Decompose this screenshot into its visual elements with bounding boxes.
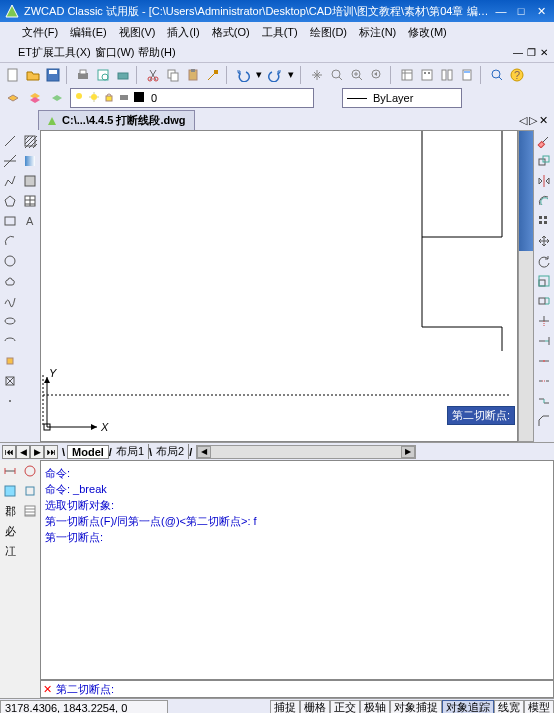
tab-model[interactable]: Model (67, 445, 109, 459)
break-icon[interactable] (535, 372, 553, 390)
chamfer-icon[interactable] (535, 412, 553, 430)
scale-icon[interactable] (535, 272, 553, 290)
other-2-icon[interactable] (21, 482, 39, 500)
menu-et[interactable]: ET扩展工具(X) (18, 45, 91, 60)
redo-icon[interactable] (266, 66, 284, 84)
tab-first-icon[interactable]: ⏮ (2, 445, 16, 459)
tab-layout1[interactable]: 布局1 (112, 444, 149, 459)
erase-icon[interactable] (535, 132, 553, 150)
stretch-icon[interactable] (535, 292, 553, 310)
tab-fwd-icon[interactable]: ▶ (30, 445, 44, 459)
menu-window[interactable]: 窗口(W) (95, 45, 135, 60)
menu-help[interactable]: 帮助(H) (138, 45, 175, 60)
menu-draw[interactable]: 绘图(D) (306, 23, 351, 42)
tab-last-icon[interactable]: ⏭ (44, 445, 58, 459)
status-model[interactable]: 模型 (524, 700, 554, 714)
measure-icon[interactable]: 郡 (1, 502, 19, 520)
id-icon[interactable]: 必 (1, 522, 19, 540)
status-lweight[interactable]: 线宽 (494, 700, 524, 714)
circle-icon[interactable] (1, 252, 19, 270)
extend-icon[interactable] (535, 332, 553, 350)
line-icon[interactable] (1, 132, 19, 150)
arc-icon[interactable] (1, 232, 19, 250)
zoom-prev-icon[interactable] (368, 66, 386, 84)
cut-icon[interactable] (144, 66, 162, 84)
command-input[interactable]: ✕ 第二切断点: (40, 680, 554, 698)
ellipse-icon[interactable] (1, 312, 19, 330)
hatch-icon[interactable] (21, 132, 39, 150)
xline-icon[interactable] (1, 152, 19, 170)
maximize-button[interactable]: □ (512, 3, 530, 19)
tab-prev-icon[interactable]: ◁ (519, 114, 527, 127)
layer-combo[interactable]: 0 (70, 88, 314, 108)
rectangle-icon[interactable] (1, 212, 19, 230)
layer-filter-icon[interactable] (48, 89, 66, 107)
menu-view[interactable]: 视图(V) (115, 23, 160, 42)
open-icon[interactable] (24, 66, 42, 84)
design-center-icon[interactable] (418, 66, 436, 84)
file-tab-active[interactable]: C:\...\4.4.5 打断线段.dwg (38, 110, 195, 130)
match-icon[interactable] (204, 66, 222, 84)
menu-file[interactable]: 文件(F) (18, 23, 62, 42)
make-block-icon[interactable] (1, 372, 19, 390)
polyline-icon[interactable] (1, 172, 19, 190)
rotate-icon[interactable] (535, 252, 553, 270)
pan-icon[interactable] (308, 66, 326, 84)
zoom-realtime-icon[interactable] (328, 66, 346, 84)
polygon-icon[interactable] (1, 192, 19, 210)
dist-icon[interactable] (1, 462, 19, 480)
child-restore-button[interactable]: ❐ (527, 47, 536, 58)
status-snap[interactable]: 捕捉 (270, 700, 300, 714)
calc-icon[interactable] (458, 66, 476, 84)
paste-icon[interactable] (184, 66, 202, 84)
properties-icon[interactable] (398, 66, 416, 84)
array-icon[interactable] (535, 212, 553, 230)
search-icon[interactable] (488, 66, 506, 84)
menu-modify[interactable]: 修改(M) (404, 23, 451, 42)
status-ortho[interactable]: 正交 (330, 700, 360, 714)
help-icon[interactable]: ? (508, 66, 526, 84)
join-icon[interactable] (535, 392, 553, 410)
status-grid[interactable]: 栅格 (300, 700, 330, 714)
preview-icon[interactable] (94, 66, 112, 84)
undo-icon[interactable] (234, 66, 252, 84)
mirror-icon[interactable] (535, 172, 553, 190)
break-point-icon[interactable] (535, 352, 553, 370)
print-icon[interactable] (74, 66, 92, 84)
layer-states-icon[interactable] (26, 89, 44, 107)
trim-icon[interactable] (535, 312, 553, 330)
close-button[interactable]: ✕ (532, 3, 550, 19)
new-icon[interactable] (4, 66, 22, 84)
region-icon[interactable] (21, 172, 39, 190)
move-icon[interactable] (535, 232, 553, 250)
insert-block-icon[interactable] (1, 352, 19, 370)
vertical-scrollbar[interactable] (518, 130, 534, 442)
tab-back-icon[interactable]: ◀ (16, 445, 30, 459)
save-icon[interactable] (44, 66, 62, 84)
other-1-icon[interactable] (21, 462, 39, 480)
layer-prop-icon[interactable] (4, 89, 22, 107)
other-3-icon[interactable] (21, 502, 39, 520)
status-otrack[interactable]: 对象追踪 (442, 700, 494, 714)
child-close-button[interactable]: ✕ (540, 47, 548, 58)
undo-dropdown-icon[interactable]: ▾ (254, 66, 264, 84)
horizontal-scrollbar[interactable]: ◀ ▶ (196, 445, 416, 459)
child-minimize-button[interactable]: — (513, 47, 523, 58)
copy-obj-icon[interactable] (535, 152, 553, 170)
tab-next-icon[interactable]: ▷ (529, 114, 537, 127)
menu-edit[interactable]: 编辑(E) (66, 23, 111, 42)
point-icon[interactable] (1, 392, 19, 410)
minimize-button[interactable]: — (492, 3, 510, 19)
zoom-window-icon[interactable] (348, 66, 366, 84)
menu-tool[interactable]: 工具(T) (258, 23, 302, 42)
ellipse-arc-icon[interactable] (1, 332, 19, 350)
revcloud-icon[interactable] (1, 272, 19, 290)
publish-icon[interactable] (114, 66, 132, 84)
status-osnap[interactable]: 对象捕捉 (390, 700, 442, 714)
mtext-icon[interactable]: A (21, 212, 39, 230)
menu-insert[interactable]: 插入(I) (163, 23, 203, 42)
menu-label[interactable]: 标注(N) (355, 23, 400, 42)
drawing-canvas[interactable]: Y X 第二切断点: (40, 130, 518, 442)
tab-close-icon[interactable]: ✕ (539, 114, 548, 127)
status-polar[interactable]: 极轴 (360, 700, 390, 714)
